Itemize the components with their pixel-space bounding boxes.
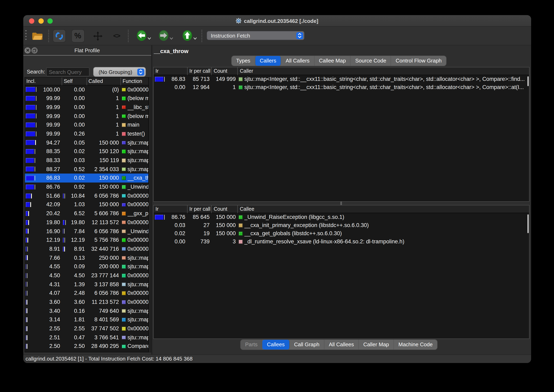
flat-profile-row[interactable]: 3.141.818 401 569sjtu::map<In	[25, 315, 148, 324]
callee-row[interactable]: 0.007393_dl_runtime_resolve_xsave (ld-li…	[153, 238, 529, 246]
function-color-swatch	[122, 300, 126, 304]
incl-bar	[26, 273, 26, 278]
flat-profile-row[interactable]: 12.1912.195 756 7860x0000000000	[25, 236, 148, 244]
flat-profile-row[interactable]: 88.330.03150 119sjtu::map<In	[25, 156, 148, 165]
column-header-ir-per-call[interactable]: Ir per call	[187, 205, 211, 213]
percent-toggle-button[interactable]: %	[71, 29, 84, 42]
hotkeys-button[interactable]: <>	[110, 29, 123, 42]
caller-row[interactable]: 0.0012 9641sjtu::map<Integer, std::__cxx…	[153, 83, 529, 91]
flat-profile-row[interactable]: 4.550.09200 000sjtu::map<In	[25, 262, 148, 271]
callers-header[interactable]: Ir Ir per call Count Caller	[153, 67, 529, 75]
flat-profile-row[interactable]: 4.504.5023 777 1440x0000000000	[25, 271, 148, 280]
column-header-callee[interactable]: Callee	[237, 205, 529, 213]
flat-profile-row[interactable]: 99.990.001main	[25, 121, 148, 129]
flat-profile-row[interactable]: 20.426.525 606 786__gxx_perso	[25, 209, 148, 218]
refresh-button[interactable]	[52, 29, 66, 42]
column-header-count[interactable]: Count	[211, 67, 237, 75]
flat-profile-row[interactable]: 86.830.02150 000__cxa_throw	[25, 174, 148, 182]
tab-source-code[interactable]: Source Code	[351, 56, 391, 66]
tab-callers[interactable]: Callers	[255, 56, 281, 66]
up-button[interactable]	[182, 30, 192, 43]
self-value: 0.03	[74, 156, 85, 165]
back-button[interactable]	[136, 30, 146, 43]
flat-profile-row[interactable]: 99.990.001(below main)	[25, 94, 148, 103]
column-header-ir[interactable]: Ir	[153, 205, 187, 213]
tab-caller-map[interactable]: Caller Map	[359, 340, 394, 350]
flat-profile-row[interactable]: 94.270.05150 000sjtu::map<In	[25, 138, 148, 147]
caller-row[interactable]: 86.8385 713149 999sjtu::map<Integer, std…	[153, 75, 529, 83]
column-header-caller[interactable]: Caller	[237, 67, 529, 75]
flat-profile-row[interactable]: 86.760.92150 000_Unwind_Rai	[25, 182, 148, 191]
forward-dropdown-chevron[interactable]	[169, 37, 173, 40]
incl-bar	[26, 246, 27, 251]
grouping-select[interactable]: (No Grouping)	[93, 67, 146, 77]
tab-control-flow-graph[interactable]: Control Flow Graph	[391, 56, 446, 66]
tab-machine-code[interactable]: Machine Code	[394, 340, 437, 350]
tab-callee-map[interactable]: Callee Map	[314, 56, 351, 66]
flat-profile-row[interactable]: 3.603.6011 213 5720x0000000000	[25, 298, 148, 307]
tab-parts[interactable]: Parts	[241, 340, 263, 350]
open-file-button[interactable]	[31, 29, 44, 42]
function-name: Compare(op	[128, 342, 148, 351]
function-name: __cxa_get_globals (libstdc++.so.6.0.30)	[244, 230, 342, 238]
flat-profile-row[interactable]: 88.270.522 354 033sjtu::map<In	[25, 165, 148, 174]
toolbar-separator	[128, 30, 128, 42]
flat-profile-row[interactable]: 4.072.486 056 7860x0000000000	[25, 289, 148, 298]
callees-scrollbar[interactable]	[527, 214, 528, 233]
tab-all-callees[interactable]: All Callees	[324, 340, 359, 350]
toolbar-drag-handle[interactable]	[25, 30, 26, 42]
function-color-swatch	[122, 229, 126, 233]
titlebar[interactable]: callgrind.out.2035462 [./code]	[23, 15, 531, 27]
column-header-self[interactable]: Self	[62, 77, 86, 85]
flat-profile-row[interactable]: 4.311.393 137 858sjtu::map<In	[25, 280, 148, 289]
incl-value: 2.51	[49, 333, 60, 342]
up-dropdown-chevron[interactable]	[193, 37, 197, 40]
search-input[interactable]	[46, 67, 89, 76]
event-type-select[interactable]: Instruction Fetch	[207, 31, 304, 40]
table-splitter[interactable]	[153, 202, 529, 205]
flat-profile-row[interactable]: 42.091.03150 0000x0000000000	[25, 200, 148, 209]
flat-profile-table: Incl. Self Called Function 100.000.00(0)…	[24, 77, 149, 352]
tab-all-callers[interactable]: All Callers	[281, 56, 314, 66]
flat-profile-row[interactable]: 99.990.001__libc_start	[25, 103, 148, 112]
incl-value: 99.99	[46, 103, 60, 112]
tab-callees[interactable]: Callees	[263, 340, 290, 350]
column-header-function[interactable]: Function	[121, 77, 148, 85]
flat-profile-row[interactable]: 1.971.855 456 7860x0000000000	[25, 351, 148, 352]
column-header-called[interactable]: Called	[86, 77, 121, 85]
tab-types[interactable]: Types	[232, 56, 255, 66]
flat-profile-row[interactable]: 7.660.13250 000sjtu::map<In	[25, 253, 148, 262]
function-name: 0x0000000000	[128, 200, 148, 209]
flat-profile-row[interactable]: 100.000.00(0)0x0000000000	[25, 85, 148, 94]
callee-row[interactable]: 0.0219150 000__cxa_get_globals (libstdc+…	[153, 230, 529, 238]
flat-profile-row[interactable]: 2.510.473 766 541sjtu::map<In	[25, 333, 148, 342]
flat-profile-row[interactable]: 16.907.846 056 786_Unwind_Res	[25, 227, 148, 236]
flat-profile-row[interactable]: 88.350.02150 120sjtu::map<In	[25, 147, 148, 156]
ir-value: 86.83	[171, 75, 185, 83]
flat-profile-scrollbar[interactable]	[149, 77, 151, 352]
flat-profile-row[interactable]: 8.918.9132 440 7160x0000000000	[25, 245, 148, 253]
move-button[interactable]	[91, 29, 104, 42]
flat-profile-row[interactable]: 2.502.5028 490 295Compare(op	[25, 342, 148, 351]
incl-value: 2.55	[49, 324, 60, 333]
back-dropdown-chevron[interactable]	[147, 37, 151, 40]
forward-button[interactable]	[158, 30, 169, 43]
callees-header[interactable]: Ir Ir per call Count Callee	[153, 205, 529, 213]
column-header-ir-per-call[interactable]: Ir per call	[187, 67, 211, 75]
flat-profile-row[interactable]: 51.6610.846 056 7860x0000000000	[25, 191, 148, 200]
column-header-ir[interactable]: Ir	[153, 67, 187, 75]
called-value: 3 766 541	[94, 333, 119, 342]
flat-profile-row[interactable]: 19.8019.8012 113 5720x0000000000	[25, 218, 148, 227]
column-header-incl[interactable]: Incl.	[25, 77, 62, 85]
flat-profile-row[interactable]: 2.552.5537 747 5020x0000000000	[25, 324, 148, 333]
tab-call-graph[interactable]: Call Graph	[290, 340, 324, 350]
flat-profile-row[interactable]: 3.400.16749 640sjtu::map<In	[25, 307, 148, 315]
flat-profile-row[interactable]: 99.990.261tester()	[25, 129, 148, 138]
flat-profile-header[interactable]: Incl. Self Called Function	[25, 77, 148, 85]
window-title: callgrind.out.2035462 [./code]	[244, 18, 318, 24]
flat-profile-row[interactable]: 99.990.001(below main)	[25, 112, 148, 120]
callee-row[interactable]: 86.7685 645150 000_Unwind_RaiseException…	[153, 213, 529, 221]
column-header-count[interactable]: Count	[211, 205, 237, 213]
callers-scrollbar[interactable]	[527, 76, 528, 86]
callee-row[interactable]: 0.0327150 000__cxa_init_primary_exceptio…	[153, 221, 529, 230]
